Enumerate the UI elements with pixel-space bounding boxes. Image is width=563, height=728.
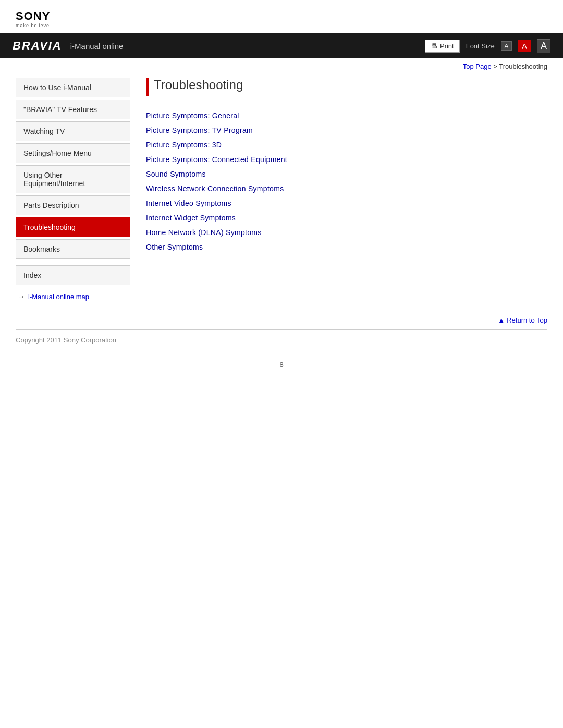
font-size-medium-button[interactable]: A xyxy=(518,40,531,52)
breadcrumb-separator: > xyxy=(493,63,499,70)
content-title-bar: Troubleshooting xyxy=(146,78,547,96)
sidebar: How to Use i-Manual "BRAVIA" TV Features… xyxy=(16,78,130,301)
nav-title: i-Manual online xyxy=(70,42,124,51)
content-links-list: Picture Symptoms: General Picture Sympto… xyxy=(146,112,547,251)
nav-bar: BRAVIA i-Manual online 🖶 Print Font Size… xyxy=(0,33,563,58)
breadcrumb: Top Page > Troubleshooting xyxy=(0,58,563,72)
return-to-top-link[interactable]: ▲ Return to Top xyxy=(498,316,547,324)
list-item: Picture Symptoms: Connected Equipment xyxy=(146,155,547,164)
list-item: Picture Symptoms: TV Program xyxy=(146,126,547,134)
sidebar-item-settings[interactable]: Settings/Home Menu xyxy=(16,143,130,163)
print-button[interactable]: 🖶 Print xyxy=(425,40,460,53)
link-picture-general[interactable]: Picture Symptoms: General xyxy=(146,112,239,120)
return-top-row: ▲ Return to Top xyxy=(0,311,563,329)
sony-logo: SONY xyxy=(16,9,547,23)
sidebar-item-parts[interactable]: Parts Description xyxy=(16,195,130,215)
content-divider xyxy=(146,102,547,102)
list-item: Picture Symptoms: 3D xyxy=(146,141,547,149)
link-picture-3d[interactable]: Picture Symptoms: 3D xyxy=(146,141,222,149)
main-layout: How to Use i-Manual "BRAVIA" TV Features… xyxy=(0,72,563,311)
list-item: Sound Symptoms xyxy=(146,170,547,178)
imanual-map-link[interactable]: → i-Manual online map xyxy=(16,292,130,301)
list-item: Home Network (DLNA) Symptoms xyxy=(146,228,547,237)
sidebar-item-how-to-use[interactable]: How to Use i-Manual xyxy=(16,78,130,97)
arrow-right-icon: → xyxy=(18,292,25,301)
link-wireless-network[interactable]: Wireless Network Connection Symptoms xyxy=(146,184,284,193)
sidebar-item-bookmarks[interactable]: Bookmarks xyxy=(16,239,130,259)
sidebar-item-index[interactable]: Index xyxy=(16,265,130,285)
return-top-icon: ▲ xyxy=(498,316,505,324)
title-accent-bar xyxy=(146,78,149,96)
breadcrumb-top-link[interactable]: Top Page xyxy=(463,63,492,70)
footer-copyright: Copyright 2011 Sony Corporation xyxy=(0,330,563,350)
sony-tagline: make.believe xyxy=(16,23,547,28)
font-size-large-button[interactable]: A xyxy=(537,39,550,53)
sidebar-item-bravia-features[interactable]: "BRAVIA" TV Features xyxy=(16,100,130,119)
list-item: Other Symptoms xyxy=(146,243,547,251)
nav-bar-left: BRAVIA i-Manual online xyxy=(13,39,123,53)
sidebar-item-watching-tv[interactable]: Watching TV xyxy=(16,121,130,141)
sidebar-item-troubleshooting[interactable]: Troubleshooting xyxy=(16,217,130,237)
bravia-logo: BRAVIA xyxy=(13,39,62,53)
link-sound-symptoms[interactable]: Sound Symptoms xyxy=(146,170,206,178)
link-internet-widget[interactable]: Internet Widget Symptoms xyxy=(146,214,236,222)
font-size-small-button[interactable]: A xyxy=(501,41,512,51)
page-number: 8 xyxy=(0,350,563,379)
link-other-symptoms[interactable]: Other Symptoms xyxy=(146,243,203,251)
sidebar-item-using-other[interactable]: Using Other Equipment/Internet xyxy=(16,165,130,193)
page-title: Troubleshooting xyxy=(154,78,243,92)
content-area: Troubleshooting Picture Symptoms: Genera… xyxy=(146,78,547,301)
breadcrumb-current: Troubleshooting xyxy=(499,63,547,70)
list-item: Wireless Network Connection Symptoms xyxy=(146,184,547,193)
link-internet-video[interactable]: Internet Video Symptoms xyxy=(146,199,231,207)
link-picture-connected[interactable]: Picture Symptoms: Connected Equipment xyxy=(146,155,287,164)
list-item: Internet Video Symptoms xyxy=(146,199,547,207)
font-size-label: Font Size xyxy=(466,42,495,50)
list-item: Picture Symptoms: General xyxy=(146,112,547,120)
logo-area: SONY make.believe xyxy=(0,0,563,33)
link-home-network[interactable]: Home Network (DLNA) Symptoms xyxy=(146,228,262,237)
list-item: Internet Widget Symptoms xyxy=(146,214,547,222)
nav-bar-right: 🖶 Print Font Size A A A xyxy=(425,39,550,53)
link-picture-tv[interactable]: Picture Symptoms: TV Program xyxy=(146,126,253,134)
print-icon: 🖶 xyxy=(431,42,437,50)
